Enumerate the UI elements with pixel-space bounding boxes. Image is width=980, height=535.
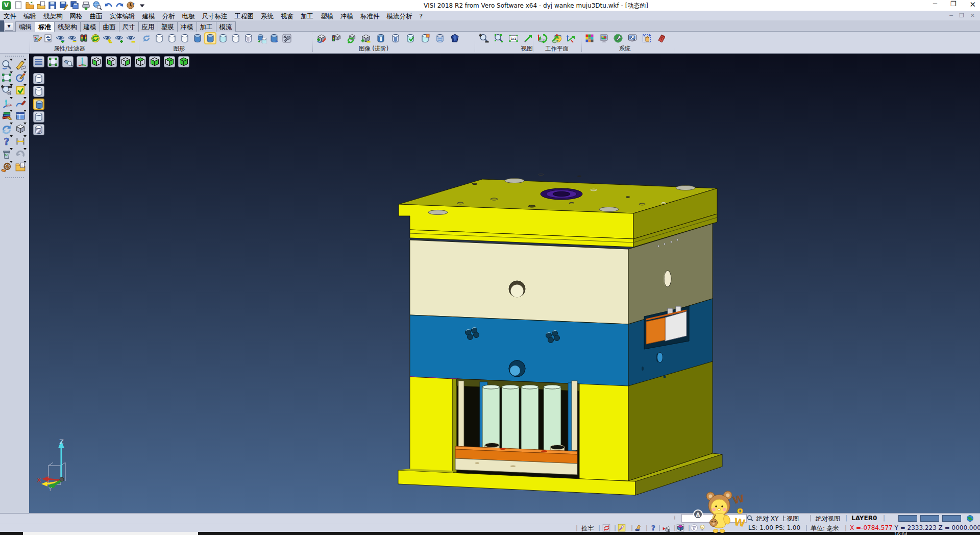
color-swatch-2[interactable] — [942, 515, 961, 522]
recent-history-icon[interactable] — [126, 1, 136, 10]
print-preview-icon[interactable] — [92, 1, 102, 10]
dropdown-icon[interactable] — [137, 1, 147, 10]
mdi-restore-button[interactable]: ❐ — [959, 12, 964, 19]
eye-plus-button[interactable] — [114, 33, 124, 43]
minimize-button[interactable]: ─ — [933, 0, 937, 9]
3d-viewport[interactable]: Z X Y — [29, 54, 980, 513]
new-document-icon[interactable] — [14, 1, 23, 10]
status-separator: ⁞ — [674, 515, 676, 522]
refresh-rotate-button[interactable] — [1, 123, 13, 135]
monitor-tools-button[interactable] — [627, 33, 638, 43]
view-mode-label[interactable]: 绝对 XY 上视图 — [756, 515, 799, 523]
gem-shaded-button[interactable] — [450, 33, 460, 43]
selection-frame-button[interactable] — [1, 71, 13, 84]
cylinder-tag-button[interactable] — [420, 33, 430, 43]
layer-cylinder-blue-button[interactable] — [192, 33, 203, 43]
restore-button[interactable]: ❐ — [950, 0, 957, 9]
globe-tools-button[interactable] — [613, 33, 623, 43]
zoom-plusminus-button[interactable] — [479, 33, 489, 43]
cylinder-wireframe-button[interactable] — [435, 33, 445, 43]
color-swatch-1[interactable] — [920, 515, 939, 522]
delete-trash-button[interactable] — [1, 148, 13, 160]
layer-settings-wrench-button[interactable] — [282, 33, 292, 43]
attributes-brush-button[interactable] — [32, 33, 42, 43]
tab-dropdown-button[interactable]: ▼ — [5, 22, 13, 31]
close-button[interactable]: ✕ — [969, 0, 976, 9]
refresh-visibility-button[interactable] — [90, 33, 101, 43]
workplane-axis1-button[interactable] — [536, 33, 546, 43]
eye-add-button[interactable] — [55, 33, 65, 43]
color-grid-button[interactable] — [584, 33, 595, 43]
menu-18[interactable]: ? — [416, 11, 427, 21]
layer-cylinder-group-button[interactable] — [256, 33, 266, 43]
layer-cylinder-current-button[interactable] — [205, 33, 215, 43]
red-grid-button[interactable] — [656, 33, 666, 43]
page-eyes-button[interactable] — [43, 33, 54, 43]
print-icon[interactable] — [81, 1, 91, 10]
cylinder-stripe-button[interactable] — [390, 33, 401, 43]
traffic-filter-button[interactable] — [79, 33, 89, 43]
eye-minus-button[interactable] — [126, 33, 136, 43]
eye-plusminus-button[interactable] — [102, 33, 112, 43]
layer-cylinder-cyan-button[interactable] — [218, 33, 228, 43]
layer-cylinder-white-button[interactable] — [231, 33, 241, 43]
folder-document-button[interactable] — [14, 161, 27, 173]
toolbar-drag-handle[interactable] — [5, 56, 24, 57]
glove-white-button[interactable] — [690, 524, 699, 532]
layer-cylinder-empty1-button[interactable] — [154, 33, 164, 43]
select-hand-button[interactable] — [642, 33, 652, 43]
layer-cylinder-move-button[interactable] — [269, 33, 279, 43]
cylinder-band-button[interactable] — [376, 33, 386, 43]
attribute-books-button[interactable] — [1, 110, 13, 122]
layer-cylinder-hatch-button[interactable] — [243, 33, 254, 43]
mold-3d-model[interactable]: Z X Y — [29, 54, 980, 513]
save-as-icon[interactable] — [59, 1, 68, 10]
layer-cylinder-empty2-button[interactable] — [167, 33, 177, 43]
cylinder-check-button[interactable] — [405, 33, 415, 43]
stamp-hand-button[interactable] — [634, 524, 643, 532]
open-folder-icon[interactable] — [25, 1, 35, 10]
window-grid-button[interactable] — [14, 110, 27, 122]
save-all-icon[interactable] — [70, 1, 80, 10]
solid-plusminus-button[interactable] — [361, 33, 371, 43]
eye-remove-button[interactable] — [67, 33, 77, 43]
save-icon[interactable] — [47, 1, 57, 10]
zoom-search-button[interactable] — [1, 59, 13, 71]
settings-wheel-button[interactable] — [1, 161, 13, 173]
magic-wand-button[interactable] — [618, 524, 626, 532]
cube-magenta-button[interactable] — [676, 524, 685, 532]
measure-distance-button[interactable] — [14, 135, 27, 148]
mdi-minimize-button[interactable]: ─ — [949, 12, 953, 19]
layer-label[interactable]: LAYER0 — [851, 515, 877, 522]
confirm-checkbox-button[interactable] — [14, 84, 27, 96]
toolbar-drag-handle-bottom[interactable] — [5, 177, 24, 178]
import-document-icon[interactable] — [36, 1, 46, 10]
help-question-button[interactable]: ? — [1, 135, 13, 148]
undo-icon[interactable] — [104, 1, 113, 10]
color-swatch-0[interactable] — [898, 515, 917, 522]
curve-pencil-button[interactable] — [14, 97, 27, 109]
layer-cylinder-empty3-button[interactable] — [180, 33, 190, 43]
mdi-close-button[interactable]: ✕ — [970, 12, 975, 19]
solid-edit-pencil-button[interactable] — [316, 33, 327, 43]
refresh-graphics-button[interactable] — [141, 33, 152, 43]
view-abs-label[interactable]: 绝对视图 — [816, 515, 840, 523]
zoom-extents-button[interactable] — [494, 33, 504, 43]
workplane-axis2-button[interactable] — [550, 33, 560, 43]
solid-traffic-button[interactable] — [331, 33, 341, 43]
zoom-plusminus2-button[interactable] — [1, 84, 13, 96]
zoom-arrow-button[interactable] — [523, 33, 533, 43]
arrow-cube-button[interactable] — [662, 524, 671, 532]
ucs-axes-button[interactable] — [1, 97, 13, 109]
compass-draw-button[interactable] — [14, 71, 27, 84]
red-refresh-button[interactable] — [602, 524, 611, 532]
question-blue-button[interactable]: ? — [649, 524, 658, 532]
monitor-colors-button[interactable] — [599, 33, 609, 43]
redo-icon[interactable] — [115, 1, 125, 10]
undo-gray-button[interactable] — [14, 148, 27, 160]
edit-pencil-ruler-button[interactable] — [14, 59, 27, 71]
zoom-one-to-one-button[interactable]: 1:1 — [508, 33, 519, 43]
solid-refresh-button[interactable] — [346, 33, 356, 43]
cube-gray-button[interactable] — [14, 123, 27, 135]
workplane-axis3-button[interactable] — [565, 33, 575, 43]
